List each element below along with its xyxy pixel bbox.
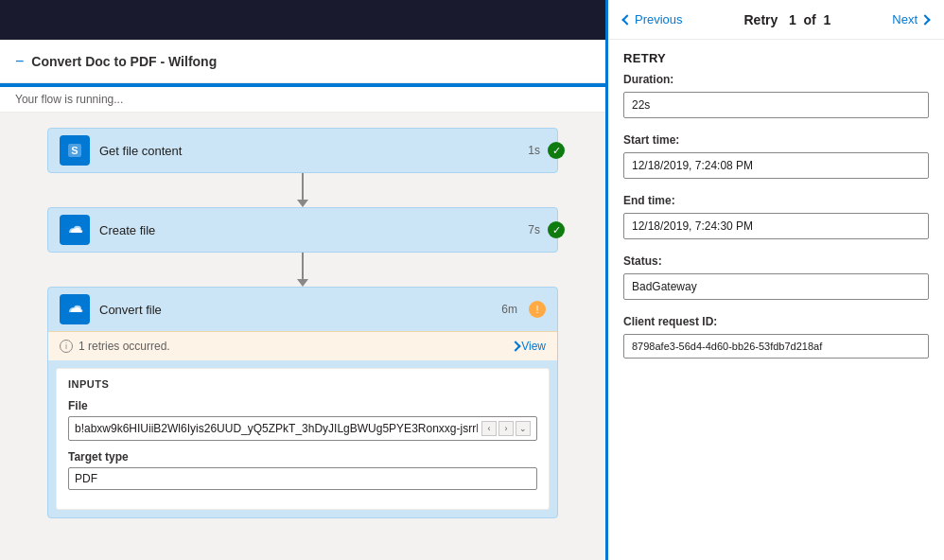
right-nav: Previous Retry 1 of 1 Next xyxy=(608,0,944,40)
step-label: Convert file xyxy=(99,303,501,317)
status-row: Status: BadGateway xyxy=(623,254,929,300)
step-header[interactable]: Convert file 6m ! xyxy=(48,288,557,331)
step-duration: 7s xyxy=(528,223,540,236)
onedrive-icon xyxy=(60,215,90,245)
file-value-text: b!abxw9k6HIUiiB2Wl6Iyis26UUD_yQ5ZPkT_3hD… xyxy=(75,422,478,435)
end-time-label: End time: xyxy=(623,194,929,207)
connector-2 xyxy=(297,253,308,287)
back-icon[interactable]: − xyxy=(15,53,24,70)
file-field-label: File xyxy=(68,399,537,412)
success-badge: ✓ xyxy=(548,221,565,238)
chevron-right-icon xyxy=(511,341,521,351)
client-request-id-value: 8798afe3-56d4-4d60-bb26-53fdb7d218af xyxy=(623,334,929,359)
warning-badge: ! xyxy=(529,301,546,318)
left-panel: − Convert Doc to PDF - Wilfong Your flow… xyxy=(0,0,605,560)
inputs-title: INPUTS xyxy=(68,378,537,390)
scroll-controls: ‹ › ⌄ xyxy=(481,421,531,436)
end-time-row: End time: 12/18/2019, 7:24:30 PM xyxy=(623,194,929,239)
page-title: Convert Doc to PDF - Wilfong xyxy=(31,54,217,69)
connector-1 xyxy=(297,173,308,207)
flow-content: S Get file content 1s ✓ Creat xyxy=(0,113,605,560)
scroll-right-btn[interactable]: › xyxy=(498,421,514,436)
top-bar xyxy=(0,0,605,40)
connector-line xyxy=(302,253,304,281)
next-button[interactable]: Next xyxy=(892,12,929,26)
view-link[interactable]: View xyxy=(512,340,546,353)
end-time-value: 12/18/2019, 7:24:30 PM xyxy=(623,213,929,239)
step-duration: 1s xyxy=(528,144,540,157)
running-row: Your flow is running... xyxy=(0,87,605,113)
step-convert-file[interactable]: Convert file 6m ! i 1 retries occurred. … xyxy=(47,287,558,518)
inputs-section: INPUTS File b!abxw9k6HIUiiB2Wl6Iyis26UUD… xyxy=(56,368,550,510)
target-type-text: PDF xyxy=(75,472,531,485)
file-field-value: b!abxw9k6HIUiiB2Wl6Iyis26UUD_yQ5ZPkT_3hD… xyxy=(68,416,537,441)
status-value: BadGateway xyxy=(623,273,929,300)
running-text: Your flow is running... xyxy=(15,93,123,106)
step-get-file-content[interactable]: S Get file content 1s ✓ xyxy=(47,128,558,173)
step-create-file[interactable]: Create file 7s ✓ xyxy=(47,207,558,253)
retry-label: Retry xyxy=(744,12,778,27)
info-icon: i xyxy=(60,340,73,353)
next-label: Next xyxy=(892,12,918,26)
view-label: View xyxy=(521,340,546,353)
previous-button[interactable]: Previous xyxy=(623,12,683,26)
onedrive-icon-2 xyxy=(60,294,90,324)
page-total: 1 xyxy=(824,12,831,27)
retry-bar: i 1 retries occurred. View xyxy=(48,331,557,360)
right-content: Duration: 22s Start time: 12/18/2019, 7:… xyxy=(608,73,944,560)
chevron-left-icon xyxy=(621,14,632,25)
step-label: Create file xyxy=(99,223,528,237)
client-request-id-label: Client request ID: xyxy=(623,315,929,328)
expand-btn[interactable]: ⌄ xyxy=(516,421,531,436)
scroll-left-btn[interactable]: ‹ xyxy=(481,421,497,436)
previous-label: Previous xyxy=(635,12,683,26)
start-time-row: Start time: 12/18/2019, 7:24:08 PM xyxy=(623,133,929,179)
sharepoint-icon: S xyxy=(60,135,90,166)
section-title: RETRY xyxy=(608,40,944,73)
target-type-field-group: Target type PDF xyxy=(68,450,537,490)
file-field-group: File b!abxw9k6HIUiiB2Wl6Iyis26UUD_yQ5ZPk… xyxy=(68,399,537,441)
right-panel: Previous Retry 1 of 1 Next RETRY Duratio… xyxy=(605,0,944,560)
duration-label: Duration: xyxy=(623,73,929,86)
start-time-label: Start time: xyxy=(623,133,929,147)
connector-line xyxy=(302,173,304,201)
page-current: 1 xyxy=(789,12,796,27)
step-header[interactable]: Create file 7s xyxy=(48,208,557,252)
svg-text:S: S xyxy=(71,145,78,156)
duration-value: 22s xyxy=(623,92,929,118)
arrow-down xyxy=(297,200,308,207)
start-time-value: 12/18/2019, 7:24:08 PM xyxy=(623,152,929,179)
header-row: − Convert Doc to PDF - Wilfong xyxy=(0,40,605,83)
target-type-value: PDF xyxy=(68,467,537,490)
chevron-right-nav-icon xyxy=(919,14,930,25)
target-type-label: Target type xyxy=(68,450,537,464)
step-label: Get file content xyxy=(99,144,528,158)
nav-title: Retry 1 of 1 xyxy=(744,12,831,27)
arrow-down xyxy=(297,279,308,287)
step-header[interactable]: S Get file content 1s xyxy=(48,129,557,172)
status-label: Status: xyxy=(623,254,929,268)
step-duration: 6m xyxy=(501,303,517,316)
success-badge: ✓ xyxy=(548,142,565,159)
duration-row: Duration: 22s xyxy=(623,73,929,118)
retry-text: 1 retries occurred. xyxy=(79,340,170,353)
client-request-id-row: Client request ID: 8798afe3-56d4-4d60-bb… xyxy=(623,315,929,359)
